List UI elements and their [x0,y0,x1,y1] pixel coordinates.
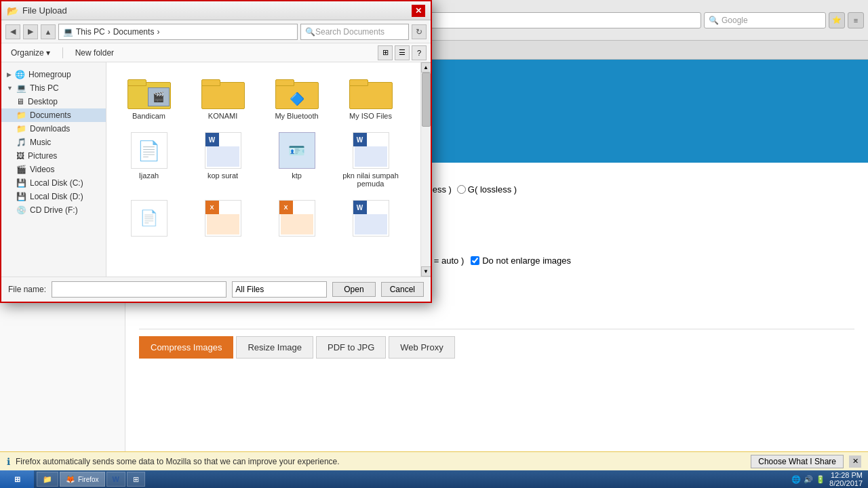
dialog-path[interactable]: 💻 This PC › Documents › [58,24,298,40]
file-ktp-label: ktp [292,171,302,180]
dialog-body: ▶ 🌐 Homegroup ▼ 💻 This PC 🖥 Desktop 📁 Do… [1,62,431,277]
dialog-search[interactable]: 🔍 Search Documents [300,24,409,40]
scroll-thumb[interactable] [422,73,431,127]
ff-bar-message: Firefox automatically sends some data to… [16,457,340,466]
tab-pdf[interactable]: PDF to JPG [316,336,386,359]
file-extra2[interactable]: X [187,195,258,244]
volume-icon: 🔊 [804,475,813,484]
option-g[interactable]: G( lossless ) [457,184,517,195]
tab-compress[interactable]: Compress Images [139,336,233,359]
scroll-track[interactable] [421,73,431,266]
taskbar: ⊞ 📁 🦊 Firefox W ⊞ 🌐 🔊 🔋 12:28 PM 8/20/20… [0,470,868,488]
browser-search[interactable]: 🔍 Google [704,12,826,28]
ff-bar-close-btn[interactable]: ✕ [849,455,861,468]
taskbar-explorer[interactable]: 📁 [37,472,58,487]
tab-proxy[interactable]: Web Proxy [389,336,454,359]
dialog-nav-bar: ◀ ▶ ▲ 💻 This PC › Documents › 🔍 Search D… [1,20,431,43]
nav-locald[interactable]: 💾 Local Disk (D:) [1,190,106,203]
dialog-titlebar: 📂 File Upload ✕ [1,1,431,20]
file-ijazah[interactable]: 📄 Ijazah [113,127,184,192]
scroll-up-btn[interactable]: ▲ [421,62,431,73]
info-icon: ℹ [7,456,10,467]
organize-btn[interactable]: Organize ▾ [5,47,56,59]
filename-input[interactable] [52,281,226,298]
start-button[interactable]: ⊞ [0,470,34,488]
bookmark-btn[interactable]: ⭐ [829,12,845,28]
dialog-files-area: 🎬 Bandicam KONAMI [106,62,420,277]
tab-resize[interactable]: Resize Image [236,336,313,359]
dialog-title-icon: 📂 [7,5,18,16]
network-icon: 🌐 [791,475,801,484]
file-upload-dialog[interactable]: 📂 File Upload ✕ ◀ ▶ ▲ 💻 This PC › Docume… [0,0,432,303]
cancel-btn[interactable]: Cancel [381,282,424,297]
nav-documents[interactable]: 📁 Documents [1,108,106,122]
dialog-footer: File name: All Files Open Cancel [1,277,431,302]
taskbar-word[interactable]: W [106,472,125,487]
view-details-btn[interactable]: ? [412,45,427,60]
firefox-notification-bar: ℹ Firefox automatically sends some data … [0,451,868,470]
file-extra1[interactable]: 📄 [113,195,184,244]
taskbar-system: 🌐 🔊 🔋 12:28 PM 8/20/2017 [786,471,868,487]
taskbar-items: 📁 🦊 Firefox W ⊞ [34,472,786,487]
battery-icon: 🔋 [816,475,825,484]
dialog-close-btn[interactable]: ✕ [412,5,425,17]
nav-localc[interactable]: 💾 Local Disk (C:) [1,176,106,190]
nav-thispc[interactable]: ▼ 💻 This PC [1,81,106,95]
file-konami[interactable]: KONAMI [187,69,258,125]
file-konami-label: KONAMI [208,112,237,120]
dialog-up-btn[interactable]: ▲ [41,24,56,39]
file-bandicam[interactable]: 🎬 Bandicam [113,69,184,125]
choose-what-share-btn[interactable]: Choose What I Share [751,455,844,468]
filename-label: File name: [8,285,46,294]
file-kopsurat-label: kop surat [208,171,238,180]
taskbar-cmd[interactable]: ⊞ [127,472,145,487]
no-enlarge-check[interactable]: Do not enlarge images [471,256,571,266]
file-bluetooth-label: My Bluetooth [275,112,318,120]
file-ijazah-label: Ijazah [139,171,159,180]
filetype-select[interactable]: All Files [232,281,327,298]
taskbar-firefox[interactable]: 🦊 Firefox [60,472,105,487]
file-pkn-label: pkn nilai sumpah pemuda [340,171,401,188]
nav-pictures[interactable]: 🖼 Pictures [1,149,106,163]
file-extra4[interactable]: W [335,195,406,244]
dialog-scrollbar[interactable]: ▲ ▼ [420,62,431,277]
page-tab-bar: Compress Images Resize Image PDF to JPG … [139,329,854,359]
file-bandicam-label: Bandicam [132,112,165,120]
nav-homegroup[interactable]: ▶ 🌐 Homegroup [1,68,106,81]
system-icons: 🌐 🔊 🔋 [791,475,825,484]
nav-downloads[interactable]: 📁 Downloads [1,122,106,136]
file-bluetooth[interactable]: 🔷 My Bluetooth [261,69,332,125]
view-list-btn[interactable]: ☰ [395,45,410,60]
system-clock: 12:28 PM 8/20/2017 [829,471,863,487]
file-iso-label: My ISO Files [349,112,392,120]
file-pkn[interactable]: W pkn nilai sumpah pemuda [335,127,406,192]
view-controls: ⊞ ☰ ? [378,45,427,60]
file-kopsurat[interactable]: W kop surat [187,127,258,192]
open-btn[interactable]: Open [332,282,375,297]
dialog-back-btn[interactable]: ◀ [5,24,20,39]
file-ktp[interactable]: 🪪 ktp [261,127,332,192]
toolbar-sep [62,47,63,58]
view-icon-btn[interactable]: ⊞ [378,45,393,60]
nav-music[interactable]: 🎵 Music [1,136,106,149]
nav-desktop[interactable]: 🖥 Desktop [1,95,106,108]
dialog-nav-panel: ▶ 🌐 Homegroup ▼ 💻 This PC 🖥 Desktop 📁 Do… [1,62,106,277]
file-iso[interactable]: My ISO Files [335,69,406,125]
new-folder-btn[interactable]: New folder [70,47,119,59]
scroll-down-btn[interactable]: ▼ [421,266,431,277]
dialog-toolbar: Organize ▾ New folder ⊞ ☰ ? [1,43,431,62]
dialog-refresh-btn[interactable]: ↻ [412,24,427,39]
dialog-title-text: File Upload [22,5,67,16]
dialog-forward-btn[interactable]: ▶ [23,24,38,39]
nav-cd[interactable]: 💿 CD Drive (F:) [1,203,106,217]
nav-videos[interactable]: 🎬 Videos [1,163,106,176]
file-extra3[interactable]: X [261,195,332,244]
menu-btn[interactable]: ≡ [848,12,864,28]
